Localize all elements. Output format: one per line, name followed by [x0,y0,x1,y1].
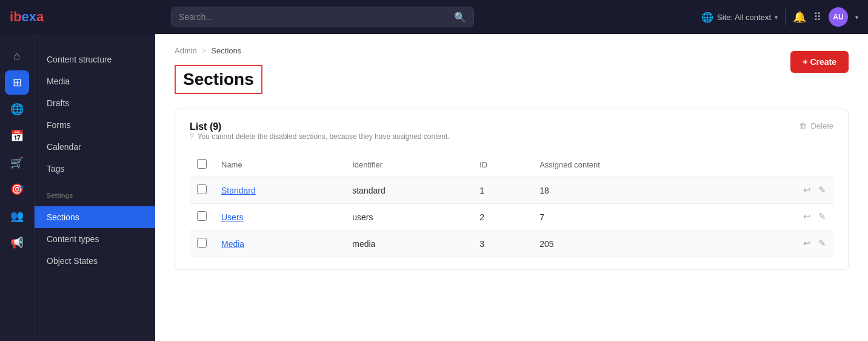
delete-label: Delete [810,121,833,130]
table-head: Name Identifier ID Assigned content [190,153,833,177]
col-header-actions [733,153,833,177]
row-checkbox[interactable] [197,211,207,221]
sidebar-settings-label: Settings [35,184,155,201]
sidebar-item-label: Tags [47,164,65,174]
edit-icon[interactable]: ✎ [818,184,826,195]
trash-icon: 🗑 [799,121,807,130]
assign-icon[interactable]: ↩ [803,211,811,222]
col-header-identifier: Identifier [345,153,472,177]
list-note-text: You cannot delete the disabled sections,… [198,132,450,141]
row-actions: ↩ ✎ [733,231,833,256]
sidebar-item-label: Media [47,76,70,86]
topbar: ibexa 🔍 🌐 Site: All context ▾ 🔔 ⠿ AU ▾ [0,0,868,34]
row-name-link[interactable]: Media [221,239,244,249]
row-checkbox-cell [190,231,214,257]
list-note: ? You cannot delete the disabled section… [190,132,450,141]
icon-sidebar: ⌂ ⊞ 🌐 📅 🛒 🎯 👥 📢 [0,0,34,341]
sidebar-item-content-structure[interactable]: Content structure [35,49,155,70]
sidebar-item-label: Drafts [47,98,69,108]
bell-icon[interactable]: 🔔 [793,10,806,24]
row-name: Users [214,204,345,231]
sidebar-icon-structure[interactable]: ⊞ [5,70,29,95]
delete-button[interactable]: 🗑 Delete [799,121,833,130]
sidebar-item-calendar[interactable]: Calendar [35,136,155,158]
row-name-link[interactable]: Standard [221,186,256,195]
sidebar-item-media[interactable]: Media [35,70,155,92]
sidebar-top-section: Content structure Media Drafts Forms Cal… [35,44,155,184]
col-header-name: Name [214,153,345,177]
site-context-label: Site: All context [717,13,771,22]
sidebar-settings-section: Sections Content types Object States [35,201,155,277]
site-context-chevron: ▾ [775,14,778,21]
site-context[interactable]: 🌐 Site: All context ▾ [701,12,778,23]
avatar-chevron[interactable]: ▾ [855,14,858,21]
list-card: List (9) ? You cannot delete the disable… [175,109,849,270]
grid-icon[interactable]: ⠿ [813,10,821,24]
assign-icon[interactable]: ↩ [803,184,811,195]
table-row: Users users 2 7 ↩ ✎ [190,204,833,231]
content-area: Admin > Sections Sections + Create List … [155,34,868,282]
sidebar-icon-globe[interactable]: 🌐 [5,97,29,121]
breadcrumb-admin[interactable]: Admin [175,46,197,55]
row-identifier: media [345,231,472,257]
sidebar-item-label: Content types [47,234,99,244]
sidebar-icon-megaphone[interactable]: 📢 [5,231,29,255]
sidebar-item-label: Object States [47,256,98,266]
assign-icon[interactable]: ↩ [803,238,811,249]
row-checkbox-cell [190,204,214,231]
sidebar-icon-people[interactable]: 👥 [5,204,29,228]
main-content: Admin > Sections Sections + Create List … [155,34,868,341]
breadcrumb-current: Sections [211,46,241,55]
sections-table: Name Identifier ID Assigned content Stan… [190,153,833,257]
row-checkbox[interactable] [197,238,207,248]
row-id: 2 [472,204,532,231]
sidebar-item-label: Content structure [47,55,112,64]
row-assigned: 205 [532,231,733,257]
row-checkbox[interactable] [197,184,207,194]
sidebar-item-sections[interactable]: Sections [35,206,155,228]
select-all-header [190,153,214,177]
table-row: Standard standard 1 18 ↩ ✎ [190,177,833,204]
globe-icon: 🌐 [701,12,713,23]
sidebar-item-object-states[interactable]: Object States [35,250,155,272]
row-name: Standard [214,177,345,204]
sidebar-icon-target[interactable]: 🎯 [5,177,29,201]
row-id: 1 [472,177,532,204]
row-identifier: standard [345,177,472,204]
col-header-assigned: Assigned content [532,153,733,177]
list-header: List (9) ? You cannot delete the disable… [190,121,833,150]
row-name-link[interactable]: Users [221,212,244,222]
text-sidebar: Content structure Media Drafts Forms Cal… [34,0,155,341]
sidebar-icon-cart[interactable]: 🛒 [5,150,29,175]
row-actions: ↩ ✎ [733,177,833,203]
edit-icon[interactable]: ✎ [818,238,826,249]
row-checkbox-cell [190,177,214,204]
search-input[interactable] [179,7,449,27]
sidebar-icon-home[interactable]: ⌂ [5,44,29,68]
avatar[interactable]: AU [829,7,848,27]
row-name: Media [214,231,345,257]
sidebar-item-drafts[interactable]: Drafts [35,92,155,114]
table-body: Standard standard 1 18 ↩ ✎ [190,177,833,257]
sidebar-item-label: Forms [47,120,71,130]
search-icon: 🔍 [454,12,466,23]
edit-icon[interactable]: ✎ [818,211,826,222]
sidebar-item-forms[interactable]: Forms [35,114,155,136]
list-title: List (9) [190,121,450,132]
sidebar-item-tags[interactable]: Tags [35,158,155,180]
select-all-checkbox[interactable] [197,159,207,169]
breadcrumb-separator: > [202,46,207,55]
sidebar-item-label: Sections [47,212,79,222]
table-header-row: Name Identifier ID Assigned content [190,153,833,177]
sidebar-icon-events[interactable]: 📅 [5,124,29,148]
sidebar-item-content-types[interactable]: Content types [35,228,155,250]
page-title: Sections [183,70,254,89]
row-actions: ↩ ✎ [733,204,833,229]
search-bar[interactable]: 🔍 [171,7,474,27]
table-row: Media media 3 205 ↩ ✎ [190,231,833,257]
create-button[interactable]: + Create [790,51,849,73]
topbar-right: 🌐 Site: All context ▾ 🔔 ⠿ AU ▾ [701,7,858,27]
info-icon: ? [190,132,194,141]
row-identifier: users [345,204,472,231]
topbar-divider [785,8,786,25]
